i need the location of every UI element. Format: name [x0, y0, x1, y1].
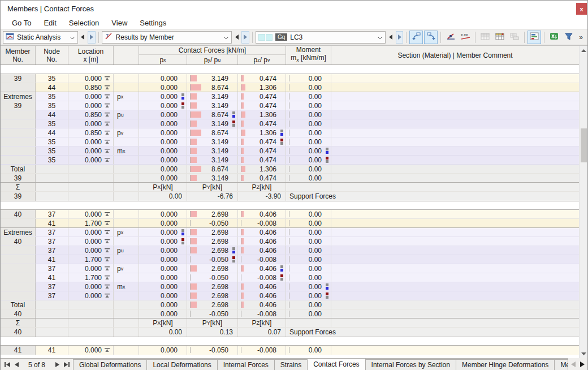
- member-cell[interactable]: [1, 83, 36, 92]
- scrollbar-thumb[interactable]: [581, 128, 587, 162]
- filter-button[interactable]: [562, 31, 576, 44]
- mx-value-cell[interactable]: 0.00: [286, 174, 331, 182]
- location-cell[interactable]: 0.850: [68, 83, 114, 92]
- py-value-cell[interactable]: 2.698: [187, 246, 238, 255]
- node-cell[interactable]: 35: [36, 92, 68, 101]
- member-cell[interactable]: [1, 156, 36, 164]
- vertical-scrollbar[interactable]: [579, 46, 587, 358]
- parameter-cell[interactable]: [114, 192, 139, 201]
- node-cell[interactable]: 35: [36, 137, 68, 146]
- px-value-cell[interactable]: 0.000: [139, 147, 187, 155]
- mx-value-cell[interactable]: 0.00: [286, 165, 331, 173]
- mx-value-cell[interactable]: 0.00: [286, 83, 331, 92]
- location-cell[interactable]: 0.000: [68, 282, 114, 291]
- decimal-places-button[interactable]: x.xx: [459, 31, 472, 44]
- mx-value-cell[interactable]: 0.00: [286, 101, 331, 110]
- load-case-combo[interactable]: Gq LC3: [256, 31, 386, 44]
- parameter-cell[interactable]: [114, 101, 139, 110]
- sum-value-py[interactable]: -6.76: [187, 192, 238, 201]
- section-cell[interactable]: [331, 273, 579, 282]
- tab-member-hinge[interactable]: Member Hinge: [555, 359, 568, 370]
- parameter-cell[interactable]: [114, 273, 139, 282]
- location-cell[interactable]: 0.000: [68, 119, 114, 128]
- mx-value-cell[interactable]: 0.00: [286, 156, 331, 164]
- parameter-cell[interactable]: pu: [114, 110, 139, 119]
- px-value-cell[interactable]: 0.000: [139, 309, 187, 318]
- member-cell[interactable]: 40: [1, 309, 36, 318]
- member-cell[interactable]: [1, 219, 36, 227]
- node-cell[interactable]: 37: [36, 264, 68, 273]
- member-cell[interactable]: 40: [1, 328, 36, 337]
- section-cell[interactable]: [331, 92, 579, 101]
- mx-value-cell[interactable]: 0.00: [286, 264, 331, 273]
- mx-value-cell[interactable]: 0.00: [286, 74, 331, 83]
- location-cell[interactable]: [68, 328, 114, 337]
- node-cell[interactable]: [36, 183, 68, 191]
- node-cell[interactable]: 35: [36, 74, 68, 83]
- mx-value-cell[interactable]: 0.00: [286, 237, 331, 246]
- location-cell[interactable]: 0.000: [68, 101, 114, 110]
- first-table-button[interactable]: [3, 360, 11, 369]
- mx-value-cell[interactable]: 0.00: [286, 92, 331, 101]
- section-cell[interactable]: [331, 110, 579, 119]
- mx-value-cell[interactable]: 0.00: [286, 128, 331, 137]
- node-cell[interactable]: 37: [36, 210, 68, 218]
- close-button[interactable]: x: [576, 3, 587, 15]
- py-value-cell[interactable]: -0.050: [187, 273, 238, 282]
- location-cell[interactable]: 1.700: [68, 219, 114, 227]
- mx-value-cell[interactable]: 0.00: [286, 110, 331, 119]
- analysis-type-combo[interactable]: Static Analysis: [3, 31, 78, 44]
- px-value-cell[interactable]: 0.000: [139, 137, 187, 146]
- parameter-cell[interactable]: [114, 156, 139, 164]
- pz-value-cell[interactable]: 0.406: [238, 291, 286, 300]
- parameter-cell[interactable]: [114, 174, 139, 182]
- parameter-cell[interactable]: [114, 83, 139, 92]
- section-cell[interactable]: [331, 319, 579, 327]
- parameter-cell[interactable]: [114, 237, 139, 246]
- location-cell[interactable]: [68, 300, 114, 309]
- node-cell[interactable]: 37: [36, 291, 68, 300]
- location-cell[interactable]: 0.000: [68, 156, 114, 164]
- menu-item-edit[interactable]: Edit: [38, 18, 62, 28]
- member-cell[interactable]: Total: [1, 300, 36, 309]
- px-value-cell[interactable]: 0.000: [139, 255, 187, 264]
- member-cell[interactable]: [1, 246, 36, 255]
- location-cell[interactable]: 0.000: [68, 147, 114, 155]
- section-cell[interactable]: [331, 174, 579, 182]
- py-value-cell[interactable]: 2.698: [187, 300, 238, 309]
- member-cell[interactable]: 40: [1, 210, 36, 218]
- section-cell[interactable]: [331, 219, 579, 227]
- node-cell[interactable]: 41: [36, 346, 68, 355]
- mx-value-cell[interactable]: 0.00: [286, 119, 331, 128]
- pz-value-cell[interactable]: 0.406: [238, 300, 286, 309]
- pz-value-cell[interactable]: 1.306: [238, 83, 286, 92]
- mx-value-cell[interactable]: 0.00: [286, 255, 331, 264]
- menu-item-settings[interactable]: Settings: [134, 18, 172, 28]
- px-value-cell[interactable]: 0.000: [139, 300, 187, 309]
- py-value-cell[interactable]: 2.698: [187, 291, 238, 300]
- parameter-cell[interactable]: [114, 183, 139, 191]
- section-cell[interactable]: [331, 128, 579, 137]
- location-cell[interactable]: [68, 309, 114, 318]
- mx-value-cell[interactable]: 0.00: [286, 210, 331, 218]
- section-cell[interactable]: [331, 165, 579, 173]
- location-cell[interactable]: [68, 183, 114, 191]
- section-cell[interactable]: [331, 210, 579, 218]
- location-cell[interactable]: 0.000: [68, 246, 114, 255]
- results-mode-previous-button[interactable]: [233, 31, 240, 44]
- py-value-cell[interactable]: -0.050: [187, 346, 238, 355]
- result-bars-button[interactable]: [528, 31, 541, 44]
- px-value-cell[interactable]: 0.000: [139, 101, 187, 110]
- member-cell[interactable]: 39: [1, 192, 36, 201]
- node-cell[interactable]: [36, 300, 68, 309]
- member-cell[interactable]: 39: [1, 101, 36, 110]
- member-cell[interactable]: [1, 128, 36, 137]
- px-value-cell[interactable]: 0.000: [139, 83, 187, 92]
- pz-value-cell[interactable]: 0.406: [238, 237, 286, 246]
- section-cell[interactable]: [331, 282, 579, 291]
- section-cell[interactable]: [331, 83, 579, 92]
- parameter-cell[interactable]: [114, 119, 139, 128]
- mx-value-cell[interactable]: 0.00: [286, 291, 331, 300]
- location-cell[interactable]: [68, 165, 114, 173]
- mx-value-cell[interactable]: 0.00: [286, 309, 331, 318]
